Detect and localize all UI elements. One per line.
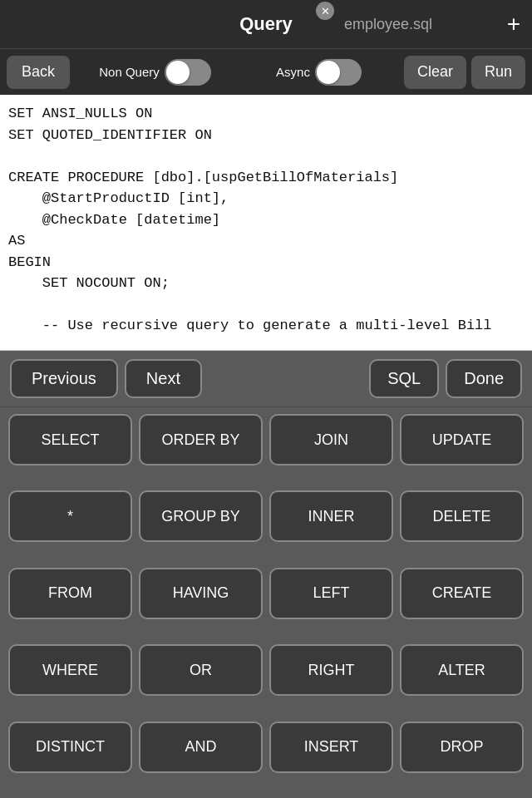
non-query-toggle[interactable] xyxy=(165,59,211,86)
header-title: Query xyxy=(239,13,293,35)
close-icon[interactable]: ✕ xyxy=(316,2,334,20)
keyword-button-*[interactable]: * xyxy=(8,490,132,542)
sql-editor[interactable]: SET ANSI_NULLS ON SET QUOTED_IDENTIFIER … xyxy=(0,95,532,351)
previous-button[interactable]: Previous xyxy=(10,359,118,398)
header: Query ✕ employee.sql + xyxy=(0,0,532,48)
sql-button[interactable]: SQL xyxy=(369,359,439,398)
keyword-button-group-by[interactable]: GROUP BY xyxy=(139,490,263,542)
keyword-grid: SELECTORDER BYJOINUPDATE*GROUP BYINNERDE… xyxy=(0,407,532,798)
keyword-button-where[interactable]: WHERE xyxy=(8,644,132,696)
async-toggle[interactable] xyxy=(315,59,362,86)
bottom-panel: Previous Next SQL Done SELECTORDER BYJOI… xyxy=(0,351,532,798)
navigation-row: Previous Next SQL Done xyxy=(0,351,532,407)
non-query-label: Non Query xyxy=(99,65,160,79)
keyword-button-inner[interactable]: INNER xyxy=(269,490,393,542)
toolbar: Back Non Query Async Clear Run xyxy=(0,48,532,95)
keyword-button-drop[interactable]: DROP xyxy=(400,722,524,773)
keyword-button-insert[interactable]: INSERT xyxy=(269,722,393,773)
keyword-button-and[interactable]: AND xyxy=(139,722,263,773)
next-button[interactable]: Next xyxy=(125,359,202,398)
keyword-button-or[interactable]: OR xyxy=(139,644,263,696)
keyword-button-right[interactable]: RIGHT xyxy=(269,644,393,696)
toolbar-right-buttons: Clear Run xyxy=(404,56,525,89)
run-button[interactable]: Run xyxy=(471,56,525,89)
file-tab-label[interactable]: employee.sql xyxy=(344,16,432,33)
keyword-button-select[interactable]: SELECT xyxy=(8,414,132,466)
async-knob xyxy=(317,61,340,84)
async-label: Async xyxy=(276,65,310,79)
keyword-button-left[interactable]: LEFT xyxy=(269,568,393,619)
keyword-button-distinct[interactable]: DISTINCT xyxy=(8,722,132,773)
keyword-button-alter[interactable]: ALTER xyxy=(400,644,524,696)
sql-content: SET ANSI_NULLS ON SET QUOTED_IDENTIFIER … xyxy=(8,103,524,337)
clear-button[interactable]: Clear xyxy=(404,56,466,89)
keyword-button-join[interactable]: JOIN xyxy=(269,414,393,466)
keyword-button-order-by[interactable]: ORDER BY xyxy=(139,414,263,466)
done-button[interactable]: Done xyxy=(446,359,522,398)
async-toggle-group: Async xyxy=(240,59,397,86)
keyword-button-create[interactable]: CREATE xyxy=(400,568,524,619)
keyword-button-delete[interactable]: DELETE xyxy=(400,490,524,542)
keyword-button-update[interactable]: UPDATE xyxy=(400,414,524,466)
back-button[interactable]: Back xyxy=(7,56,70,89)
keyword-button-having[interactable]: HAVING xyxy=(139,568,263,619)
add-tab-button[interactable]: + xyxy=(507,12,520,36)
keyword-button-from[interactable]: FROM xyxy=(8,568,132,619)
non-query-toggle-group: Non Query xyxy=(76,59,234,86)
non-query-knob xyxy=(166,61,190,84)
